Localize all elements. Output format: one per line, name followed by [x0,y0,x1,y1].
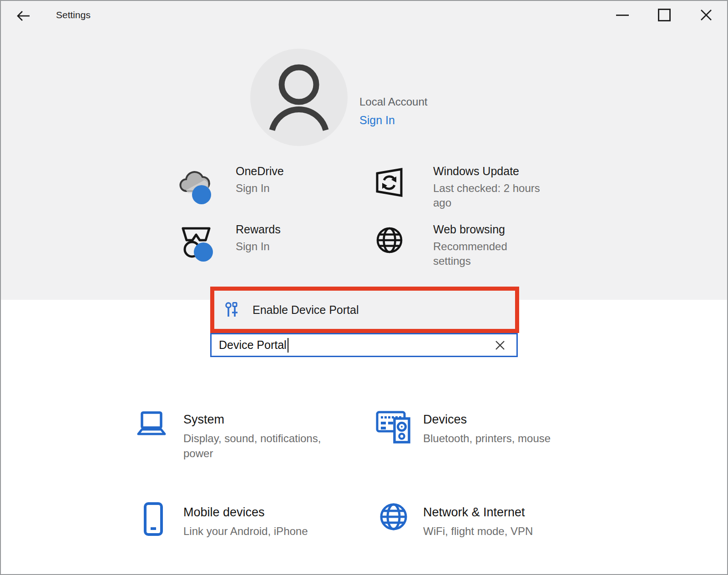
minimize-icon [616,15,629,16]
header-background [1,1,727,300]
minimize-button[interactable] [602,1,643,29]
person-icon [265,61,333,134]
category-text-mobile-devices: Mobile devices Link your Android, iPhone [183,504,347,539]
suggestion-label: Enable Device Portal [253,303,359,317]
quick-title: Rewards [236,221,347,238]
globe-icon [375,226,404,255]
search-input[interactable]: Device Portal [210,333,518,357]
category-text-devices: Devices Bluetooth, printers, mouse [423,411,587,446]
rewards-medal-icon [178,225,217,263]
phone-icon [143,502,163,536]
back-arrow-icon [15,9,32,23]
category-title: System [183,411,324,428]
text-caret [288,338,288,353]
settings-window: Settings Local Account Sign In OneDrive [0,0,728,575]
category-text-system: System Display, sound, notifications, po… [183,411,324,461]
annotation-highlight: Enable Device Portal [210,287,519,333]
quick-subtitle: Recommended settings [433,239,545,268]
search-suggestion-enable-device-portal[interactable]: Enable Device Portal [214,291,515,329]
category-subtitle: Bluetooth, printers, mouse [423,431,587,446]
quick-subtitle: Sign In [236,181,347,196]
account-name: Local Account [359,96,427,108]
quick-text-onedrive: OneDrive Sign In [236,163,347,196]
category-text-network-internet: Network & Internet WiFi, flight mode, VP… [423,504,587,539]
clear-search-button[interactable] [492,337,508,353]
page-title: Settings [56,10,91,20]
quick-text-web-browsing: Web browsing Recommended settings [433,221,545,268]
quick-subtitle: Sign In [236,239,347,254]
quick-title: Windows Update [433,163,545,180]
account-info: Local Account Sign In [359,96,427,127]
back-button[interactable] [14,6,34,25]
window-controls [602,1,727,30]
category-title: Devices [423,411,587,428]
onedrive-cloud-icon [177,167,215,205]
clear-x-icon [495,340,506,351]
avatar [250,49,348,146]
close-icon [700,9,713,21]
quick-text-windows-update: Windows Update Last checked: 2 hours ago [433,163,545,210]
quick-text-rewards: Rewards Sign In [236,221,347,254]
category-subtitle: Link your Android, iPhone [183,524,347,539]
globe-icon [379,502,409,532]
category-subtitle: Display, sound, notifications, power [183,431,324,461]
category-title: Mobile devices [183,504,347,521]
quick-title: Web browsing [433,221,545,238]
maximize-button[interactable] [643,1,685,29]
category-subtitle: WiFi, flight mode, VPN [423,524,587,539]
quick-subtitle: Last checked: 2 hours ago [433,181,545,210]
search-input-value: Device Portal [219,338,287,352]
maximize-icon [658,9,671,21]
laptop-icon [136,411,167,439]
close-button[interactable] [685,1,727,29]
category-title: Network & Internet [423,504,587,521]
quick-title: OneDrive [236,163,347,180]
windows-update-icon [374,167,404,197]
account-sign-in-link[interactable]: Sign In [359,114,427,127]
developer-tools-icon [224,302,239,318]
keyboard-speaker-icon [376,407,410,444]
